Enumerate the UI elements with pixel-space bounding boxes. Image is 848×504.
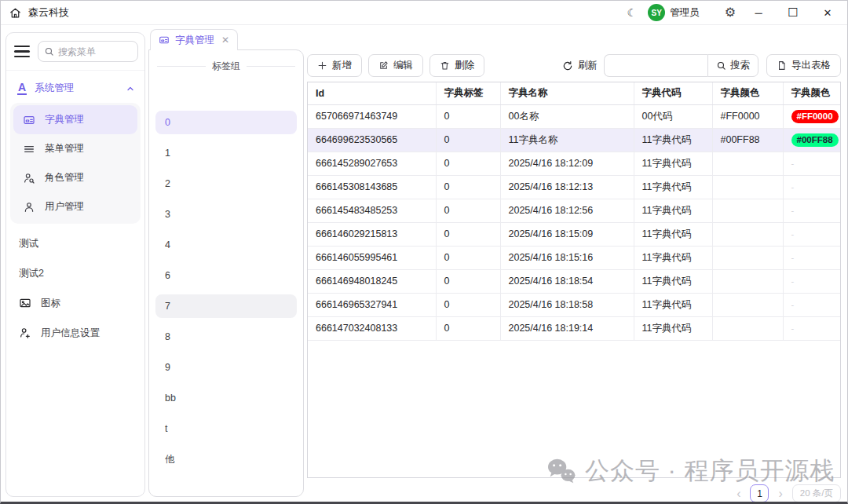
tag-list-item[interactable]: bb — [155, 386, 297, 410]
tag-list: 012346789bbt他 — [149, 76, 303, 471]
tag-list-item[interactable]: 1 — [155, 141, 297, 165]
table-row[interactable]: 66614605599546102025/4/16 18:15:1611字典代码… — [308, 246, 840, 269]
edit-button[interactable]: 编辑 — [368, 54, 423, 77]
tab-label: 字典管理 — [175, 34, 214, 47]
user-menu[interactable]: SY 管理员 — [648, 4, 700, 21]
sidebar-item[interactable]: 用户信息设置 — [6, 318, 144, 348]
table-cell: 2025/4/16 18:15:09 — [500, 222, 634, 246]
sidebar-item[interactable]: 测试2 — [6, 258, 144, 288]
table-row[interactable]: 66614530814368502025/4/16 18:12:1311字典代码… — [308, 175, 840, 199]
table-row[interactable]: 66614703240813302025/4/16 18:19:1411字典代码… — [308, 316, 840, 340]
dict-table: Id字典标签字典名称字典代码字典颜色字典颜色 65706697146374900… — [307, 82, 841, 478]
gear-icon[interactable]: ⚙ — [725, 6, 736, 19]
table-cell: #00FF88 — [712, 128, 783, 152]
tag-list-item[interactable]: 他 — [155, 447, 297, 471]
tag-list-item[interactable]: 8 — [155, 325, 297, 349]
tag-group-header: 标签组 — [149, 50, 303, 76]
dict-icon — [23, 114, 35, 126]
search-button[interactable]: 搜索 — [707, 54, 758, 77]
sidebar: A 系统管理 字典管理菜单管理角色管理用户管理 测试测试2图标用户信息设置 — [5, 32, 145, 497]
column-header: 字典代码 — [634, 82, 712, 104]
table-cell: 666146055995461 — [308, 246, 436, 269]
sidebar-item[interactable]: 菜单管理 — [13, 134, 137, 163]
refresh-button[interactable]: 刷新 — [562, 59, 598, 72]
maximize-button[interactable]: ☐ — [781, 5, 805, 20]
sidebar-group-system[interactable]: A 系统管理 — [6, 71, 144, 103]
table-cell — [712, 269, 783, 293]
sidebar-item[interactable]: 测试 — [6, 228, 144, 258]
tab-dict-management[interactable]: 字典管理 ✕ — [150, 29, 238, 50]
search-icon — [716, 60, 726, 71]
page-number[interactable]: 1 — [750, 484, 769, 502]
edit-icon — [378, 60, 389, 71]
table-cell: 666146965327941 — [308, 293, 436, 316]
tag-list-item[interactable]: 9 — [155, 356, 297, 379]
sidebar-item-label: 字典管理 — [45, 113, 84, 126]
table-cell: 657066971463749 — [308, 104, 436, 128]
table-cell-color-badge: - — [783, 269, 840, 293]
table-cell: 0 — [436, 222, 500, 246]
table-cell-color-badge: - — [783, 293, 840, 316]
table-cell: 2025/4/16 18:15:16 — [500, 246, 634, 269]
table-row[interactable]: 657066971463749000名称00代码#FF0000#FF0000 — [308, 104, 840, 128]
sidebar-group-items: 字典管理菜单管理角色管理用户管理 — [10, 103, 141, 224]
minimize-button[interactable]: ─ — [747, 7, 770, 19]
role-icon — [23, 172, 35, 184]
table-cell: 11字典代码 — [634, 246, 712, 269]
table-row[interactable]: 66614602921581302025/4/16 18:15:0911字典代码… — [308, 222, 840, 246]
sidebar-item-label: 用户信息设置 — [41, 327, 100, 340]
tag-list-item[interactable]: 7 — [155, 294, 297, 318]
table-cell: 2025/4/16 18:18:54 — [500, 269, 634, 293]
tag-list-item[interactable]: 3 — [155, 203, 297, 226]
sidebar-item[interactable]: 字典管理 — [13, 105, 137, 134]
hamburger-menu-icon[interactable] — [14, 46, 30, 57]
avatar[interactable]: SY — [648, 4, 665, 21]
sidebar-item-label: 菜单管理 — [45, 142, 84, 155]
table-cell: 2025/4/16 18:12:13 — [500, 175, 634, 199]
table-search-input[interactable] — [604, 54, 707, 77]
sidebar-item-label: 图标 — [41, 297, 60, 310]
tab-close-icon[interactable]: ✕ — [221, 35, 229, 46]
table-row[interactable]: 66614696532794102025/4/16 18:18:5811字典代码… — [308, 293, 840, 316]
sidebar-search-input[interactable] — [58, 46, 126, 57]
sidebar-item[interactable]: 用户管理 — [13, 192, 137, 221]
dark-mode-moon-icon[interactable]: ☾ — [627, 7, 638, 18]
tag-list-item[interactable]: 4 — [155, 233, 297, 257]
export-button[interactable]: 导出表格 — [766, 54, 841, 77]
table-row[interactable]: 66614528902765302025/4/16 18:12:0911字典代码… — [308, 152, 840, 175]
table-row[interactable]: 66614694801824502025/4/16 18:18:5411字典代码… — [308, 269, 840, 293]
empty-value-dash: - — [791, 182, 795, 192]
tag-list-item[interactable]: 6 — [155, 264, 297, 287]
column-header: 字典颜色 — [783, 82, 840, 104]
table-cell — [712, 152, 783, 175]
close-button[interactable]: ✕ — [816, 7, 839, 19]
add-button[interactable]: 新增 — [307, 54, 362, 77]
sidebar-search[interactable] — [38, 41, 138, 62]
sidebar-item[interactable]: 角色管理 — [13, 163, 137, 192]
delete-button[interactable]: 删除 — [429, 54, 484, 77]
table-cell: 11字典代码 — [634, 128, 712, 152]
table-cell: 11字典代码 — [634, 199, 712, 222]
sidebar-item[interactable]: 图标 — [6, 288, 144, 318]
table-cell: 0 — [436, 128, 500, 152]
prev-page-icon[interactable]: ‹ — [735, 488, 742, 500]
tag-list-item[interactable]: t — [155, 417, 297, 440]
table-cell — [712, 199, 783, 222]
tag-list-item[interactable]: 0 — [155, 111, 297, 134]
empty-value-dash: - — [791, 276, 795, 286]
table-cell: 11字典代码 — [634, 316, 712, 340]
color-badge: #FF0000 — [791, 110, 839, 123]
tag-list-item[interactable]: 2 — [155, 172, 297, 195]
userplus-icon — [19, 327, 31, 339]
color-badge: #00FF88 — [791, 133, 839, 147]
table-row[interactable]: 664699623530565011字典名称11字典代码#00FF88#00FF… — [308, 128, 840, 152]
table-cell-color-badge: - — [783, 175, 840, 199]
page-size-select[interactable]: 20 条/页 — [792, 484, 841, 502]
column-header: Id — [308, 82, 436, 104]
next-page-icon[interactable]: › — [777, 488, 784, 500]
app-window: 森云科技 ☾ SY 管理员 ⚙ ─ ☐ ✕ A 系统管理 — [0, 0, 848, 504]
table-cell-color-badge: - — [783, 316, 840, 340]
table-cell: 2025/4/16 18:18:58 — [500, 293, 634, 316]
table-row[interactable]: 66614548348525302025/4/16 18:12:5611字典代码… — [308, 199, 840, 222]
sidebar-item-label: 角色管理 — [45, 171, 84, 184]
